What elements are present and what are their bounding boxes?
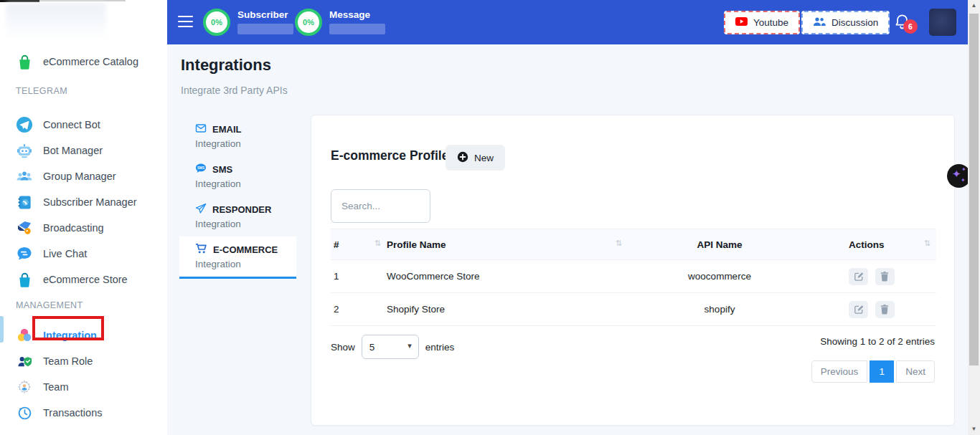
sidebar-item-group-manager[interactable]: Group Manager xyxy=(0,163,167,189)
scrollbar: ▲ ▼ xyxy=(968,0,980,435)
shopping-bag-cyan-icon xyxy=(15,271,34,288)
message-percent: 0% xyxy=(303,18,314,27)
user-group-icon xyxy=(15,168,34,185)
subscriber-percent: 0% xyxy=(211,18,222,27)
subnav-item-responder[interactable]: RESPONDER Integration xyxy=(179,196,296,236)
avatar[interactable] xyxy=(929,9,956,36)
hamburger-menu-icon[interactable] xyxy=(178,16,193,30)
users-icon xyxy=(813,16,826,29)
previous-page-button[interactable]: Previous xyxy=(811,360,868,383)
row-profile-name: WooCommerce Store xyxy=(387,260,628,293)
sidebar-item-label: Connect Bot xyxy=(43,119,100,130)
sidebar-item-ecommerce-store[interactable]: eCommerce Store xyxy=(0,267,167,292)
sms-bubble-icon: SMS xyxy=(195,163,207,176)
row-num: 1 xyxy=(331,260,387,293)
sidebar-item-label: Team xyxy=(43,381,68,393)
table-header-row: # ⇅ Profile Name ⇅ API Name Actions ⇅ xyxy=(331,229,936,260)
subnav-item-email[interactable]: EMAIL Integration xyxy=(179,116,296,156)
new-button-label: New xyxy=(474,153,494,163)
edit-button[interactable] xyxy=(849,301,868,318)
color-circles-icon xyxy=(15,327,34,344)
notification-count: 6 xyxy=(908,22,913,31)
sidebar-item-subscriber-manager[interactable]: Subscriber Manager xyxy=(0,189,167,215)
sidebar-item-label: eCommerce Catalog xyxy=(43,56,138,67)
subscriber-redacted-value xyxy=(237,24,293,34)
logo-top-strip-light xyxy=(39,0,126,1)
page-title: Integrations xyxy=(181,56,271,75)
column-header-api-name[interactable]: API Name xyxy=(628,229,811,260)
subnav-item-title: EMAIL xyxy=(212,124,241,135)
sparkle-icon: ✦ xyxy=(952,168,961,181)
paper-plane-icon xyxy=(195,203,207,216)
robot-icon xyxy=(15,142,34,159)
show-label: Show xyxy=(331,342,355,353)
sidebar-item-bot-manager[interactable]: Bot Manager xyxy=(0,138,167,163)
app-logo xyxy=(6,3,106,40)
subnav-item-subtitle: Integration xyxy=(195,219,296,229)
integration-subnav: EMAIL Integration SMS SMS Integration xyxy=(179,116,296,279)
subnav-item-ecommerce[interactable]: E-COMMERCE Integration xyxy=(179,236,296,279)
message-redacted-value xyxy=(329,24,385,34)
sidebar-item-live-chat[interactable]: Live Chat xyxy=(0,241,167,267)
sidebar-item-label: Broadcasting xyxy=(43,222,104,234)
row-actions xyxy=(811,293,936,326)
sidebar-item-label: Live Chat xyxy=(43,248,87,259)
sidebar-item-label: Transactions xyxy=(43,407,102,419)
delete-button[interactable] xyxy=(875,301,895,318)
message-label: Message xyxy=(329,9,385,20)
new-button[interactable]: New xyxy=(446,145,505,171)
search-input[interactable] xyxy=(331,189,430,223)
contact-book-icon xyxy=(15,193,34,211)
column-header-num[interactable]: # ⇅ xyxy=(331,229,387,260)
active-item-indicator xyxy=(0,316,4,343)
entries-label: entries xyxy=(425,342,455,353)
sort-icon: ⇅ xyxy=(374,239,381,248)
sidebar-item-connect-bot[interactable]: Connect Bot xyxy=(0,112,167,138)
page-size-select[interactable]: 5 xyxy=(362,335,419,359)
sidebar-item-team-role[interactable]: Team Role xyxy=(0,348,167,374)
profiles-table: # ⇅ Profile Name ⇅ API Name Actions ⇅ xyxy=(331,229,936,326)
youtube-button[interactable]: Youtube xyxy=(724,11,800,34)
subnav-item-sms[interactable]: SMS SMS Integration xyxy=(179,156,296,196)
scrollbar-thumb[interactable] xyxy=(969,14,979,365)
table-row: 1 WooCommerce Store woocommerce xyxy=(331,260,936,293)
table-row: 2 Shopify Store shopify xyxy=(331,293,936,326)
sort-icon: ⇅ xyxy=(616,239,622,248)
sidebar-item-ecommerce-catalog[interactable]: eCommerce Catalog xyxy=(0,47,167,76)
row-num: 2 xyxy=(331,293,387,326)
scrollbar-up-arrow[interactable]: ▲ xyxy=(968,0,980,11)
row-api-name: woocommerce xyxy=(628,260,811,293)
sidebar-item-label: eCommerce Store xyxy=(43,274,128,285)
notification-badge[interactable]: 6 xyxy=(903,19,918,34)
youtube-icon xyxy=(735,17,748,28)
sidebar-item-label: Bot Manager xyxy=(43,145,103,156)
scrollbar-down-arrow[interactable]: ▼ xyxy=(968,424,980,435)
sidebar-item-transactions[interactable]: Transactions xyxy=(0,400,167,426)
subnav-item-title: SMS xyxy=(212,164,232,175)
subscriber-label: Subscriber xyxy=(237,9,293,20)
telegram-plane-icon xyxy=(15,116,34,133)
envelope-icon xyxy=(195,123,207,136)
sidebar-item-team[interactable]: Team xyxy=(0,374,167,400)
column-header-profile-name[interactable]: Profile Name ⇅ xyxy=(387,229,628,260)
sidebar-section-management: MANAGEMENT xyxy=(0,297,167,314)
delete-button[interactable] xyxy=(875,268,895,285)
subnav-item-subtitle: Integration xyxy=(195,259,296,269)
discussion-button[interactable]: Discussion xyxy=(801,11,890,34)
main-content: Integrations Integrate 3rd Party APIs EM… xyxy=(167,44,968,435)
sidebar-item-broadcasting[interactable]: Broadcasting xyxy=(0,215,167,241)
showing-entries-text: Showing 1 to 2 of 2 entries xyxy=(820,336,935,347)
sidebar-item-label: Team Role xyxy=(43,355,93,367)
page-subtitle: Integrate 3rd Party APIs xyxy=(181,85,288,96)
current-page-button[interactable]: 1 xyxy=(870,360,894,383)
row-profile-name: Shopify Store xyxy=(387,293,628,326)
column-header-actions[interactable]: Actions ⇅ xyxy=(811,229,936,260)
edit-button[interactable] xyxy=(849,268,868,285)
subscriber-stat: Subscriber xyxy=(237,9,293,34)
row-actions xyxy=(811,260,936,293)
sidebar-item-integration[interactable]: Integration xyxy=(0,322,167,348)
subnav-item-subtitle: Integration xyxy=(195,138,296,149)
next-page-button[interactable]: Next xyxy=(896,360,935,383)
app-window: eCommerce Catalog TELEGRAM Connect Bot B… xyxy=(0,0,980,435)
shopping-bag-green-icon xyxy=(15,53,34,70)
